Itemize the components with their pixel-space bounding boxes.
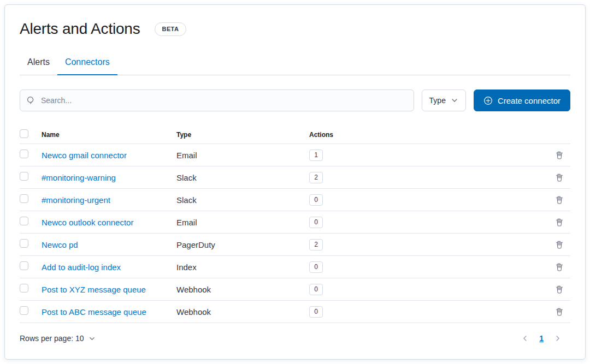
table-row: Post to ABC message queue Webhook 0	[20, 301, 570, 323]
table-row: Newco outlook connector Email 0	[20, 211, 570, 234]
table-header-row: Name Type Actions	[20, 126, 570, 144]
connector-type: Email	[176, 218, 309, 227]
trash-icon	[555, 285, 564, 294]
page-number-1[interactable]: 1	[536, 334, 546, 343]
trash-icon	[555, 240, 564, 249]
create-connector-label: Create connector	[498, 96, 560, 105]
row-checkbox[interactable]	[20, 150, 28, 158]
actions-count-badge: 2	[309, 172, 323, 183]
actions-count-badge: 0	[309, 217, 323, 228]
table-footer: Rows per page: 10 1	[20, 326, 570, 350]
search-box	[20, 89, 414, 111]
actions-count-badge: 0	[309, 194, 323, 206]
trash-icon	[555, 262, 564, 271]
alerts-and-actions-panel: Alerts and Actions BETA Alerts Connector…	[4, 4, 586, 360]
trash-icon	[555, 218, 564, 226]
connector-name-link[interactable]: Newco pd	[42, 240, 176, 249]
actions-count-badge: 2	[309, 239, 323, 250]
table-row: Newco gmail connector Email 1	[20, 144, 570, 166]
trash-icon	[555, 307, 564, 316]
chevron-down-icon	[451, 97, 458, 104]
delete-connector-button[interactable]	[554, 194, 565, 205]
search-input[interactable]	[20, 89, 414, 111]
delete-connector-button[interactable]	[554, 217, 565, 228]
select-all-checkbox[interactable]	[20, 129, 28, 138]
connector-name-link[interactable]: Newco outlook connector	[42, 218, 176, 227]
connector-name-link[interactable]: #monitoring-urgent	[42, 195, 176, 205]
table-row: #monitoring-urgent Slack 0	[20, 189, 570, 211]
next-page-button[interactable]	[552, 332, 564, 344]
chevron-left-icon	[521, 335, 529, 342]
trash-icon	[555, 151, 564, 159]
delete-connector-button[interactable]	[554, 172, 565, 183]
connector-type: Email	[176, 151, 309, 160]
rows-per-page-label: Rows per page: 10	[20, 334, 84, 343]
delete-connector-button[interactable]	[554, 261, 565, 272]
row-checkbox[interactable]	[20, 194, 28, 203]
beta-badge: BETA	[155, 22, 187, 36]
page-title: Alerts and Actions	[20, 20, 140, 38]
delete-connector-button[interactable]	[554, 150, 565, 160]
connectors-table: Name Type Actions Newco gmail connector …	[20, 126, 570, 323]
row-checkbox[interactable]	[20, 284, 28, 293]
delete-connector-button[interactable]	[554, 239, 565, 250]
table-row: Newco pd PagerDuty 2	[20, 234, 570, 256]
delete-connector-button[interactable]	[554, 306, 565, 317]
tab-alerts[interactable]: Alerts	[20, 51, 57, 75]
table-row: #monitoring-warning Slack 2	[20, 166, 570, 189]
row-checkbox[interactable]	[20, 217, 28, 225]
page-header: Alerts and Actions BETA	[20, 20, 570, 38]
pagination: 1	[519, 332, 570, 344]
type-filter-button[interactable]: Type	[422, 89, 466, 111]
column-header-name[interactable]: Name	[42, 131, 176, 139]
trash-icon	[555, 195, 564, 204]
create-connector-button[interactable]: Create connector	[474, 89, 570, 111]
connector-type: Webhook	[176, 285, 309, 294]
chevron-right-icon	[554, 335, 562, 342]
toolbar: Type Create connector	[20, 89, 570, 111]
column-header-type: Type	[176, 131, 309, 139]
trash-icon	[555, 173, 564, 182]
connector-name-link[interactable]: #monitoring-warning	[42, 173, 176, 182]
chevron-down-icon	[88, 335, 96, 342]
type-filter-label: Type	[429, 96, 446, 105]
row-checkbox[interactable]	[20, 172, 28, 181]
row-checkbox[interactable]	[20, 261, 28, 270]
rows-per-page-button[interactable]: Rows per page: 10	[20, 334, 96, 343]
connector-type: Slack	[176, 173, 309, 182]
connector-type: PagerDuty	[176, 240, 309, 249]
table-row: Add to audit-log index Index 0	[20, 256, 570, 278]
connector-type: Slack	[176, 195, 309, 205]
connector-name-link[interactable]: Post to XYZ message queue	[42, 285, 176, 294]
connector-type: Index	[176, 262, 309, 272]
connector-name-link[interactable]: Post to ABC message queue	[42, 307, 176, 317]
actions-count-badge: 0	[309, 306, 323, 318]
row-checkbox[interactable]	[20, 239, 28, 248]
column-header-actions: Actions	[309, 131, 548, 139]
tab-connectors[interactable]: Connectors	[57, 51, 117, 75]
connector-name-link[interactable]: Newco gmail connector	[42, 151, 176, 160]
delete-connector-button[interactable]	[554, 284, 565, 295]
connector-name-link[interactable]: Add to audit-log index	[42, 262, 176, 272]
plus-in-circle-icon	[483, 96, 493, 105]
actions-count-badge: 0	[309, 284, 323, 295]
actions-count-badge: 0	[309, 261, 323, 273]
connector-type: Webhook	[176, 307, 309, 317]
previous-page-button[interactable]	[519, 332, 531, 344]
table-row: Post to XYZ message queue Webhook 0	[20, 278, 570, 301]
row-checkbox[interactable]	[20, 306, 28, 315]
actions-count-badge: 1	[309, 150, 323, 161]
tab-bar: Alerts Connectors	[20, 51, 570, 75]
